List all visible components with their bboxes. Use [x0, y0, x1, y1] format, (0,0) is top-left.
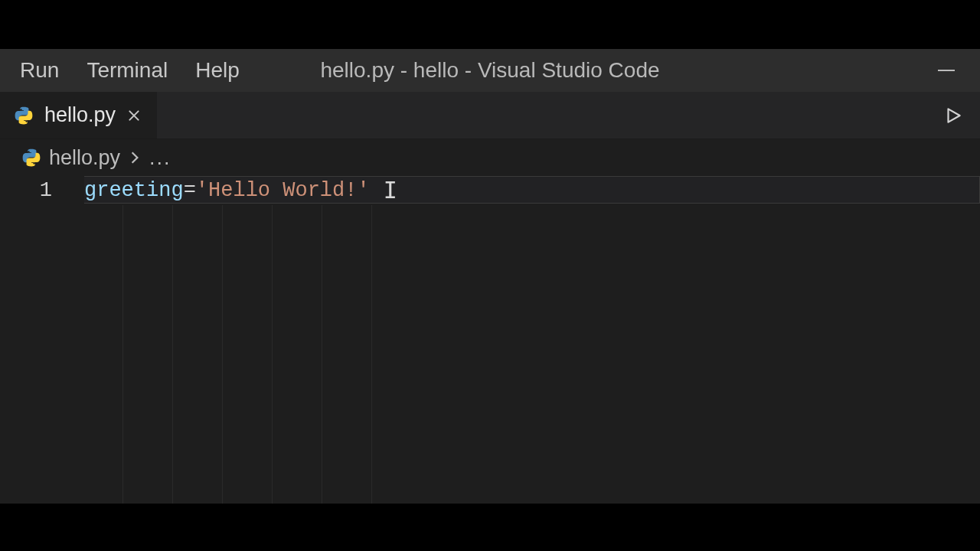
code-line-1: 1 greeting = 'Hello World!' I — [0, 176, 980, 205]
vscode-window: Run Terminal Help hello.py - hello - Vis… — [0, 49, 980, 504]
tab-bar-actions — [942, 92, 980, 139]
tab-hello-py[interactable]: hello.py — [0, 92, 158, 139]
window-controls — [936, 60, 980, 81]
titlebar: Run Terminal Help hello.py - hello - Vis… — [0, 49, 980, 92]
run-file-button[interactable] — [942, 104, 965, 127]
python-file-icon — [21, 148, 41, 168]
tab-close-button[interactable] — [126, 108, 142, 123]
token-operator: = — [184, 179, 196, 202]
chevron-right-icon — [128, 146, 142, 170]
menu-run[interactable]: Run — [14, 55, 65, 86]
close-icon — [127, 109, 141, 122]
token-string: 'Hello World!' — [196, 179, 370, 202]
breadcrumb-symbol[interactable]: ... — [149, 146, 172, 170]
breadcrumb-file[interactable]: hello.py — [49, 146, 120, 170]
menu-help[interactable]: Help — [189, 55, 246, 86]
play-icon — [943, 106, 963, 126]
menu-terminal[interactable]: Terminal — [80, 55, 174, 86]
tab-bar: hello.py — [0, 92, 980, 139]
minimize-icon — [938, 70, 955, 71]
menu-bar: Run Terminal Help — [0, 49, 246, 92]
editor-area[interactable]: 1 greeting = 'Hello World!' I — [0, 176, 980, 504]
minimize-button[interactable] — [936, 60, 957, 81]
breadcrumbs[interactable]: hello.py ... — [0, 139, 980, 176]
tab-label: hello.py — [44, 103, 116, 127]
line-number: 1 — [0, 179, 84, 202]
text-cursor-icon: I — [384, 179, 397, 202]
python-file-icon — [14, 106, 34, 126]
token-variable: greeting — [84, 179, 184, 202]
